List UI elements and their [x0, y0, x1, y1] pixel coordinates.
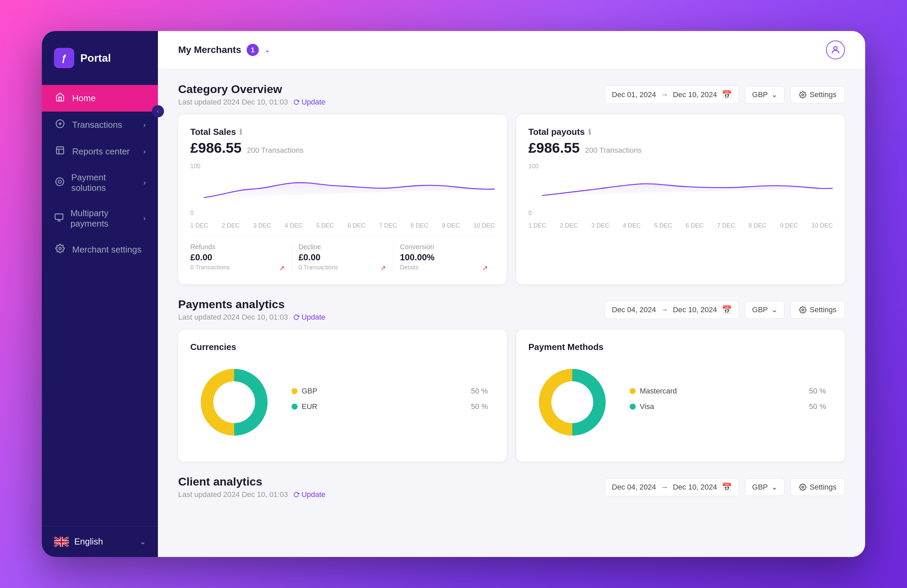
category-last-updated: Last updated 2024 Dec 10, 01:03 — [178, 98, 288, 107]
client-currency-chevron-icon: ⌄ — [771, 483, 777, 492]
payments-date-to: Dec 10, 2024 — [673, 305, 717, 314]
client-update-link[interactable]: Update — [293, 490, 325, 499]
category-currency-select[interactable]: GBP ⌄ — [745, 86, 784, 104]
client-last-updated: Last updated 2024 Dec 10, 01:03 — [178, 490, 288, 499]
currencies-legend: GBP 50 % EUR 50 % — [292, 387, 488, 418]
svg-point-13 — [834, 46, 837, 50]
visa-legend-item: Visa 50 % — [630, 402, 826, 411]
payments-currency-select[interactable]: GBP ⌄ — [745, 301, 784, 319]
sidebar-item-label-reports: Reports center — [72, 146, 130, 157]
currency-chevron-icon: ⌄ — [771, 90, 777, 99]
payments-date-from: Dec 04, 2024 — [612, 305, 656, 314]
sidebar-item-payment-solutions[interactable]: Payment solutions › — [42, 165, 158, 201]
conversion-stat: Conversion 100.00% Details ↗ — [393, 243, 495, 272]
payment-methods-legend: Mastercard 50 % Visa 50 % — [630, 387, 826, 418]
category-overview-title-block: Category Overview Last updated 2024 Dec … — [178, 83, 325, 107]
payments-analytics-header: Payments analytics Last updated 2024 Dec… — [178, 298, 845, 322]
total-sales-card: Total Sales ℹ £986.55 200 Transactions 1… — [178, 115, 507, 284]
category-settings-button[interactable]: Settings — [791, 86, 845, 104]
page-content: Category Overview Last updated 2024 Dec … — [158, 69, 865, 557]
payment-solutions-expand-icon: › — [143, 178, 146, 187]
home-icon — [54, 93, 66, 104]
payments-settings-button[interactable]: Settings — [791, 301, 845, 319]
gbp-label: GBP — [302, 387, 317, 395]
sidebar-item-multiparty[interactable]: Multiparty payments › — [42, 201, 158, 236]
payment-methods-donut-chart — [535, 365, 609, 439]
logo-icon: ƒ — [54, 48, 74, 68]
sidebar: ƒ Portal ‹ Home Transactions › — [42, 31, 158, 557]
refunds-arrow-icon: ↗ — [279, 264, 285, 272]
payment-methods-donut: Mastercard 50 % Visa 50 % — [529, 355, 833, 449]
currencies-donut-chart — [197, 365, 271, 439]
total-payouts-chart-labels: 1 DEC2 DEC3 DEC4 DEC5 DEC 6 DEC7 DEC8 DE… — [529, 222, 833, 229]
mastercard-legend-item: Mastercard 50 % — [630, 387, 826, 395]
visa-label: Visa — [640, 402, 654, 411]
sidebar-item-label-payment-solutions: Payment solutions — [71, 172, 137, 193]
category-update-link[interactable]: Update — [293, 98, 325, 107]
merchant-count-badge: 1 — [247, 44, 259, 56]
total-sales-stats: Refunds £0.00 0 Transactions ↗ Decline £… — [190, 236, 495, 272]
sidebar-item-label-merchant-settings: Merchant settings — [72, 244, 141, 255]
total-sales-info-icon: ℹ — [239, 128, 242, 137]
main-content: My Merchants 1 ⌄ Category Overview Last … — [158, 31, 865, 557]
currencies-card: Currencies — [178, 330, 507, 462]
payments-analytics-controls: Dec 04, 2024 → Dec 10, 2024 📅 GBP ⌄ Sett… — [605, 301, 845, 319]
client-analytics-title: Client analytics — [178, 475, 325, 488]
sidebar-nav: Home Transactions › Reports center › — [42, 81, 158, 526]
payments-analytics-subtitle: Last updated 2024 Dec 10, 01:03 Update — [178, 313, 325, 322]
sidebar-item-home[interactable]: Home — [42, 85, 158, 112]
svg-rect-8 — [55, 214, 63, 219]
category-cards-grid: Total Sales ℹ £986.55 200 Transactions 1… — [178, 115, 845, 284]
payments-last-updated: Last updated 2024 Dec 10, 01:03 — [178, 313, 288, 322]
payments-date-arrow-icon: → — [661, 305, 668, 314]
client-date-range[interactable]: Dec 04, 2024 → Dec 10, 2024 📅 — [605, 478, 739, 496]
reports-expand-icon: › — [143, 147, 146, 156]
decline-arrow-icon: ↗ — [380, 264, 386, 272]
svg-point-14 — [802, 94, 804, 96]
payments-currency-chevron-icon: ⌄ — [771, 305, 777, 314]
client-settings-button[interactable]: Settings — [791, 478, 845, 496]
sidebar-collapse-button[interactable]: ‹ — [152, 105, 164, 117]
merchant-settings-icon — [54, 244, 66, 256]
language-selector[interactable]: English ⌄ — [42, 526, 158, 557]
sidebar-item-label-home: Home — [72, 93, 96, 104]
sidebar-item-transactions[interactable]: Transactions › — [42, 112, 158, 138]
client-analytics-subtitle: Last updated 2024 Dec 10, 01:03 Update — [178, 490, 325, 499]
client-calendar-icon: 📅 — [722, 483, 732, 492]
sidebar-item-label-multiparty: Multiparty payments — [71, 208, 137, 229]
sidebar-item-reports[interactable]: Reports center › — [42, 138, 158, 165]
date-range-arrow-icon: → — [661, 90, 668, 99]
sidebar-item-merchant-settings[interactable]: Merchant settings — [42, 236, 158, 263]
mastercard-label: Mastercard — [640, 387, 677, 395]
multiparty-expand-icon: › — [143, 214, 146, 223]
svg-rect-3 — [57, 147, 64, 154]
client-analytics-controls: Dec 04, 2024 → Dec 10, 2024 📅 GBP ⌄ Sett… — [605, 478, 845, 496]
sidebar-logo: ƒ Portal — [42, 31, 158, 81]
mastercard-pct: 50 % — [809, 387, 826, 395]
language-label: English — [74, 537, 103, 547]
total-payouts-info-icon: ℹ — [588, 128, 591, 137]
payments-analytics-title-block: Payments analytics Last updated 2024 Dec… — [178, 298, 325, 322]
total-sales-chart-labels: 1 DEC2 DEC3 DEC4 DEC5 DEC 6 DEC7 DEC8 DE… — [190, 222, 495, 229]
category-overview-section: Category Overview Last updated 2024 Dec … — [178, 83, 845, 284]
client-analytics-title-block: Client analytics Last updated 2024 Dec 1… — [178, 475, 325, 499]
payment-methods-title: Payment Methods — [529, 342, 833, 352]
category-date-range[interactable]: Dec 01, 2024 → Dec 10, 2024 📅 — [605, 86, 739, 104]
payments-date-range[interactable]: Dec 04, 2024 → Dec 10, 2024 📅 — [605, 301, 739, 319]
mastercard-dot — [630, 388, 636, 394]
total-sales-chart: 100 0 — [190, 163, 495, 217]
user-profile-icon[interactable] — [826, 40, 845, 59]
client-analytics-header: Client analytics Last updated 2024 Dec 1… — [178, 475, 845, 499]
sidebar-item-label-transactions: Transactions — [72, 120, 122, 130]
svg-point-11 — [59, 248, 61, 250]
client-date-to: Dec 10, 2024 — [673, 483, 717, 492]
merchant-selector[interactable]: My Merchants 1 ⌄ — [178, 44, 270, 56]
payments-update-link[interactable]: Update — [293, 313, 325, 322]
client-currency-select[interactable]: GBP ⌄ — [745, 478, 784, 496]
category-date-to: Dec 10, 2024 — [673, 90, 717, 99]
eur-label: EUR — [302, 402, 317, 411]
svg-point-6 — [56, 178, 63, 185]
total-payouts-card: Total payouts ℹ £986.55 200 Transactions… — [516, 115, 845, 284]
client-date-from: Dec 04, 2024 — [612, 483, 656, 492]
total-payouts-title: Total payouts ℹ — [529, 127, 833, 137]
